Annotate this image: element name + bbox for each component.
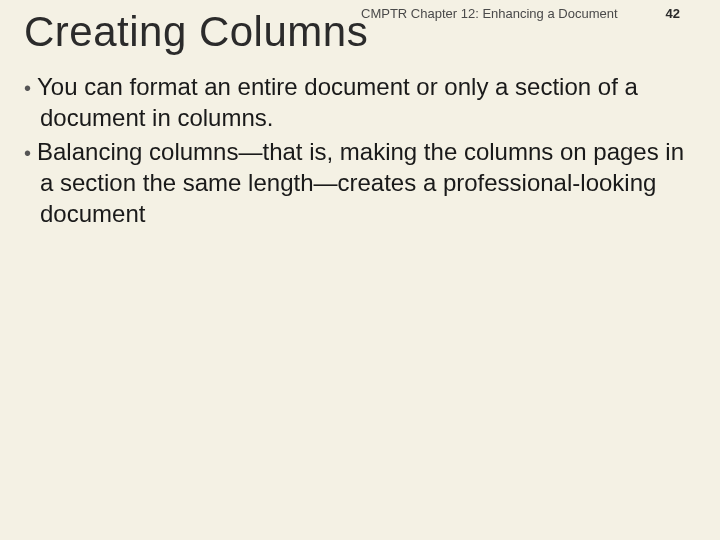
- bullet-text: You can format an entire document or onl…: [37, 73, 638, 131]
- slide: CMPTR Chapter 12: Enhancing a Document 4…: [0, 0, 720, 540]
- bullet-icon: •: [24, 142, 37, 164]
- header-meta: CMPTR Chapter 12: Enhancing a Document 4…: [361, 6, 680, 21]
- bullet-text: Balancing columns—that is, making the co…: [37, 138, 684, 226]
- bullet-icon: •: [24, 77, 37, 99]
- bullet-list: •You can format an entire document or on…: [24, 72, 690, 230]
- chapter-label: CMPTR Chapter 12: Enhancing a Document: [361, 6, 618, 21]
- list-item: •Balancing columns—that is, making the c…: [24, 137, 690, 229]
- list-item: •You can format an entire document or on…: [24, 72, 690, 133]
- page-number: 42: [666, 6, 680, 21]
- slide-body: •You can format an entire document or on…: [24, 72, 690, 234]
- slide-title: Creating Columns: [24, 8, 368, 56]
